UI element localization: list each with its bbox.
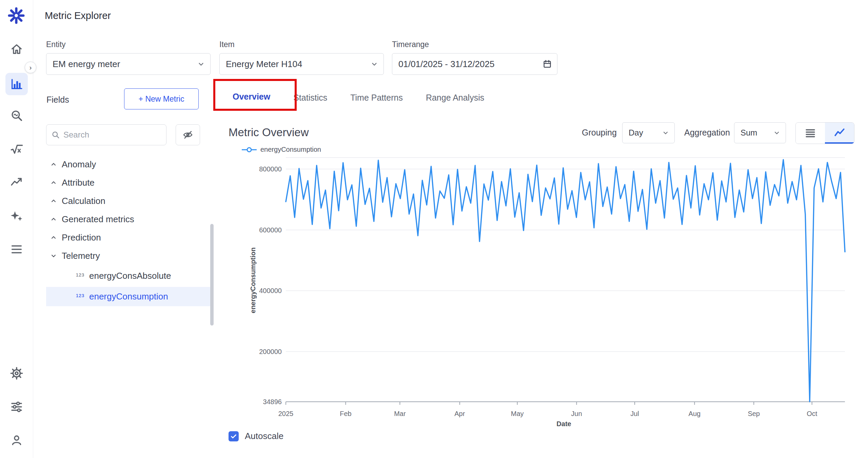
y-tick-label: 200000 (259, 348, 282, 355)
tab-statistics[interactable]: Statistics (282, 85, 339, 110)
tab-range-analysis[interactable]: Range Analysis (414, 85, 496, 110)
new-metric-button[interactable]: + New Metric (124, 88, 199, 109)
fields-tree: Anomaly Attribute Calculation Generated … (46, 155, 210, 306)
gear-icon[interactable] (10, 367, 23, 380)
field-group-label: Prediction (62, 232, 101, 243)
app-logo-icon (7, 7, 25, 24)
field-group-attribute[interactable]: Attribute (46, 173, 210, 192)
page-title: Metric Explorer (45, 10, 111, 21)
chart-y-axis-title: energyConsumption (249, 230, 257, 331)
timerange-input[interactable]: 01/01/2025 - 31/12/2025 (392, 53, 557, 75)
timerange-label: Timerange (392, 40, 429, 49)
field-group-label: Calculation (62, 196, 105, 206)
home-icon[interactable] (10, 42, 23, 56)
x-tick-label: Feb (340, 410, 351, 417)
field-group-prediction[interactable]: Prediction (46, 228, 210, 247)
tab-time-patterns[interactable]: Time Patterns (339, 85, 414, 110)
x-tick-label: Jun (571, 410, 582, 417)
autoscale-control: Autoscale (229, 431, 283, 441)
y-tick-label: 34896 (263, 398, 282, 405)
table-rows-icon (804, 127, 816, 139)
profile-icon[interactable] (10, 433, 23, 447)
x-tick-label: Oct (807, 410, 817, 417)
view-toggle (795, 122, 854, 144)
chevron-down-icon (197, 60, 205, 68)
chevron-up-icon (50, 215, 58, 223)
x-tick-label: May (511, 410, 524, 417)
check-icon (230, 433, 237, 440)
legend-marker-icon (241, 147, 257, 153)
x-tick-label: Apr (454, 410, 465, 417)
grouping-label: Grouping (582, 128, 617, 138)
item-label: Item (219, 40, 235, 49)
tab-overview[interactable]: Overview (221, 85, 282, 110)
x-tick-label: Mar (394, 410, 406, 417)
chart-x-axis-title: Date (530, 420, 598, 428)
y-tick-label: 600000 (259, 226, 282, 234)
field-group-label: Anomaly (62, 159, 96, 170)
entity-label: Entity (46, 40, 66, 49)
field-item-energyconsumption[interactable]: ¹²³ energyConsumption (46, 287, 210, 306)
line-chart-icon (833, 126, 846, 139)
calendar-icon[interactable] (542, 59, 552, 69)
search-icon (51, 130, 60, 139)
hide-fields-button[interactable] (176, 124, 200, 145)
search-input[interactable] (63, 130, 161, 140)
table-view-button[interactable] (796, 123, 825, 144)
chevron-up-icon (50, 179, 58, 187)
item-select[interactable]: Energy Meter H104 (219, 53, 384, 75)
number-field-icon: ¹²³ (76, 272, 84, 280)
autoscale-checkbox[interactable] (229, 431, 239, 441)
chart-view-button[interactable] (825, 123, 854, 144)
sparkles-icon[interactable] (10, 209, 23, 223)
chevron-down-icon (370, 60, 379, 68)
timerange-value: 01/01/2025 - 31/12/2025 (398, 59, 494, 69)
number-field-icon: ¹²³ (76, 292, 84, 301)
chart-line (286, 160, 845, 402)
x-tick-label: Jul (630, 410, 639, 417)
bar-chart-icon[interactable] (10, 77, 23, 91)
chevron-down-icon (773, 129, 781, 137)
legend-label: energyConsumption (260, 146, 321, 153)
fields-scrollbar[interactable] (210, 224, 214, 326)
sliders-icon[interactable] (10, 400, 23, 414)
menu-icon[interactable] (10, 243, 23, 256)
y-tick-label: 400000 (259, 287, 282, 294)
field-item-label: energyConsAbsolute (89, 271, 171, 281)
aggregation-select-value: Sum (741, 128, 757, 138)
field-item-label: energyConsumption (89, 291, 168, 302)
eye-slash-icon (182, 129, 193, 140)
chart-legend[interactable]: energyConsumption (241, 146, 321, 153)
trend-up-icon[interactable] (10, 175, 23, 189)
aggregation-select[interactable]: Sum (734, 122, 786, 143)
field-group-anomaly[interactable]: Anomaly (46, 155, 210, 173)
aggregation-label: Aggregation (684, 128, 730, 138)
x-tick-label: Sep (748, 410, 760, 417)
x-tick-label: 2025 (278, 410, 294, 417)
metric-line-chart[interactable]: 800000600000400000200000348962025FebMarA… (224, 154, 851, 429)
field-group-label: Generated metrics (62, 214, 134, 225)
field-group-label: Telemetry (62, 251, 100, 261)
field-group-calculation[interactable]: Calculation (46, 192, 210, 210)
chevron-down-icon (50, 252, 58, 260)
entity-select-value: EM energy meter (53, 59, 120, 69)
grouping-select[interactable]: Day (622, 122, 675, 143)
item-select-value: Energy Meter H104 (226, 59, 302, 69)
chevron-up-icon (50, 233, 58, 242)
sidebar-expand-button[interactable]: › (25, 62, 36, 73)
grouping-select-value: Day (629, 128, 643, 138)
square-root-icon[interactable] (10, 142, 23, 155)
search-analytics-icon[interactable] (10, 109, 23, 122)
field-group-label: Attribute (62, 178, 95, 188)
y-tick-label: 800000 (259, 165, 282, 173)
section-title: Metric Overview (229, 126, 309, 139)
entity-select[interactable]: EM energy meter (46, 53, 211, 75)
field-group-generated-metrics[interactable]: Generated metrics (46, 210, 210, 228)
field-item-energyconsabsolute[interactable]: ¹²³ energyConsAbsolute (46, 266, 210, 286)
fields-search-box (46, 124, 166, 145)
autoscale-label: Autoscale (245, 431, 283, 441)
x-tick-label: Aug (689, 410, 701, 417)
chevron-up-icon (50, 197, 58, 205)
field-group-telemetry[interactable]: Telemetry (46, 247, 210, 265)
tab-bar: Overview Statistics Time Patterns Range … (221, 85, 496, 110)
